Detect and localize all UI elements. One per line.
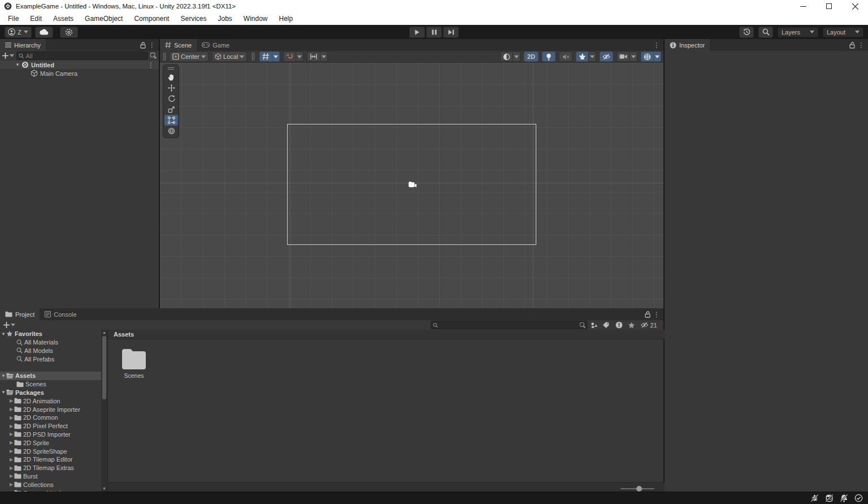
overlay-drag-handle[interactable]: [164, 66, 177, 71]
create-object-button[interactable]: [2, 53, 14, 59]
menu-window[interactable]: Window: [238, 12, 274, 25]
tree-package[interactable]: ▶Collections: [0, 480, 107, 489]
expander-closed-icon[interactable]: ▶: [8, 482, 14, 487]
progress-idle-icon[interactable]: [854, 493, 863, 503]
shading-mode-button[interactable]: [500, 51, 520, 62]
layout-dropdown[interactable]: Layout: [823, 27, 863, 37]
lock-icon[interactable]: [645, 311, 651, 318]
search-import-log-button[interactable]: [613, 321, 625, 330]
menu-file[interactable]: File: [2, 12, 24, 25]
scene-canvas[interactable]: [160, 63, 663, 308]
tab-inspector[interactable]: Inspector: [665, 39, 710, 51]
expander-open-icon[interactable]: ▼: [1, 373, 6, 378]
rect-tool[interactable]: [164, 115, 178, 126]
tree-package[interactable]: ▶2D Sprite: [0, 438, 107, 447]
kebab-menu-icon[interactable]: ⋮: [653, 42, 660, 49]
camera-settings-button[interactable]: [617, 51, 637, 62]
play-button[interactable]: [409, 27, 425, 38]
kebab-menu-icon[interactable]: ⋮: [149, 42, 155, 49]
expander-closed-icon[interactable]: ▶: [8, 415, 14, 420]
tree-package[interactable]: ▶2D PSD Importer: [0, 430, 107, 439]
tree-package[interactable]: ▶Burst: [0, 472, 107, 481]
hierarchy-search-input[interactable]: [25, 53, 146, 59]
expander-closed-icon[interactable]: ▶: [8, 473, 14, 479]
expander-open-icon[interactable]: ▼: [1, 390, 6, 395]
tab-game[interactable]: Game: [197, 39, 235, 51]
kebab-menu-icon[interactable]: ⋮: [858, 42, 865, 49]
scroll-thumb[interactable]: [102, 336, 106, 399]
kebab-menu-icon[interactable]: ⋮: [653, 311, 660, 318]
hidden-packages-toggle[interactable]: 21: [637, 321, 660, 330]
thumbnail-size-slider[interactable]: [620, 486, 654, 489]
camera-gizmo-icon[interactable]: [407, 181, 417, 188]
scene-visibility-toggle[interactable]: [600, 51, 613, 62]
2d-mode-toggle[interactable]: 2D: [524, 51, 539, 62]
drag-handle-icon[interactable]: [163, 53, 166, 61]
expander-closed-icon[interactable]: ▶: [8, 457, 14, 462]
cache-server-disabled-icon[interactable]: [824, 493, 834, 503]
tab-hierarchy[interactable]: Hierarchy: [0, 39, 46, 51]
expander-open-icon[interactable]: ▼: [15, 62, 20, 67]
kebab-menu-icon[interactable]: ⋮: [147, 62, 154, 68]
tree-scenes[interactable]: Scenes: [0, 380, 107, 389]
menu-assets[interactable]: Assets: [47, 12, 79, 25]
favorite-search-button[interactable]: [625, 321, 637, 330]
tree-favorites[interactable]: ▼ Favorites: [0, 330, 107, 338]
view-hand-tool[interactable]: [164, 72, 178, 83]
maximize-button[interactable]: [816, 0, 842, 12]
tree-package[interactable]: ▶2D Animation: [0, 397, 107, 405]
hierarchy-scene-row[interactable]: ▼ Untitled ⋮: [0, 61, 159, 69]
tree-all-prefabs[interactable]: All Prefabs: [0, 355, 107, 363]
tree-package[interactable]: ▶2D SpriteShape: [0, 447, 107, 455]
tab-console[interactable]: Console: [40, 308, 81, 320]
orientation-button[interactable]: Local: [212, 51, 247, 62]
menu-gameobject[interactable]: GameObject: [79, 12, 128, 25]
pivot-mode-button[interactable]: Center: [170, 51, 209, 62]
global-search-button[interactable]: [758, 27, 773, 38]
search-by-type-button[interactable]: [588, 321, 600, 330]
step-button[interactable]: [443, 27, 459, 38]
move-tool[interactable]: [164, 83, 178, 93]
expander-closed-icon[interactable]: ▶: [8, 466, 14, 471]
scroll-up-arrow[interactable]: ▲: [101, 330, 107, 335]
effects-button[interactable]: [576, 51, 596, 62]
notifications-disabled-icon[interactable]: [839, 493, 849, 503]
minimize-button[interactable]: [790, 0, 816, 12]
debugger-disabled-icon[interactable]: [810, 493, 819, 503]
project-search[interactable]: [431, 321, 588, 329]
audio-mute-toggle[interactable]: [559, 51, 572, 62]
hierarchy-item-main-camera[interactable]: Main Camera: [0, 69, 159, 77]
tree-package[interactable]: ▶2D Tilemap Editor: [0, 455, 107, 464]
expander-closed-icon[interactable]: ▶: [8, 432, 14, 437]
layers-dropdown[interactable]: Layers: [778, 27, 818, 37]
rotate-tool[interactable]: [164, 93, 178, 104]
grid-visibility-button[interactable]: [259, 51, 280, 62]
hierarchy-search[interactable]: [16, 51, 148, 60]
breadcrumb[interactable]: Assets: [108, 330, 665, 339]
tree-packages[interactable]: ▼ Packages: [0, 389, 107, 397]
expander-closed-icon[interactable]: ▶: [8, 407, 14, 412]
grid-snapping-button[interactable]: [283, 51, 303, 62]
transform-tool[interactable]: [164, 126, 178, 136]
expander-open-icon[interactable]: ▼: [1, 331, 6, 337]
asset-scenes-folder[interactable]: Scenes: [111, 348, 157, 379]
picker-icon[interactable]: [580, 322, 585, 328]
tree-scrollbar[interactable]: ▲ ▼: [101, 330, 107, 492]
expander-closed-icon[interactable]: ▶: [8, 440, 14, 445]
tree-all-materials[interactable]: All Materials: [0, 338, 107, 347]
cloud-button[interactable]: [35, 27, 53, 38]
scroll-down-arrow[interactable]: ▼: [101, 486, 107, 492]
tree-assets[interactable]: ▼ Assets: [0, 372, 107, 380]
expander-closed-icon[interactable]: ▶: [8, 424, 14, 429]
tree-all-models[interactable]: All Models: [0, 347, 107, 355]
expander-closed-icon[interactable]: ▶: [8, 398, 14, 403]
create-asset-button[interactable]: [3, 322, 15, 328]
undo-history-button[interactable]: [739, 27, 754, 38]
lock-icon[interactable]: [140, 42, 146, 49]
scene-lighting-toggle[interactable]: [542, 51, 555, 62]
project-search-input[interactable]: [440, 322, 578, 329]
menu-jobs[interactable]: Jobs: [212, 12, 237, 25]
close-button[interactable]: [842, 0, 868, 12]
tab-project[interactable]: Project: [0, 308, 40, 320]
menu-edit[interactable]: Edit: [24, 12, 47, 25]
